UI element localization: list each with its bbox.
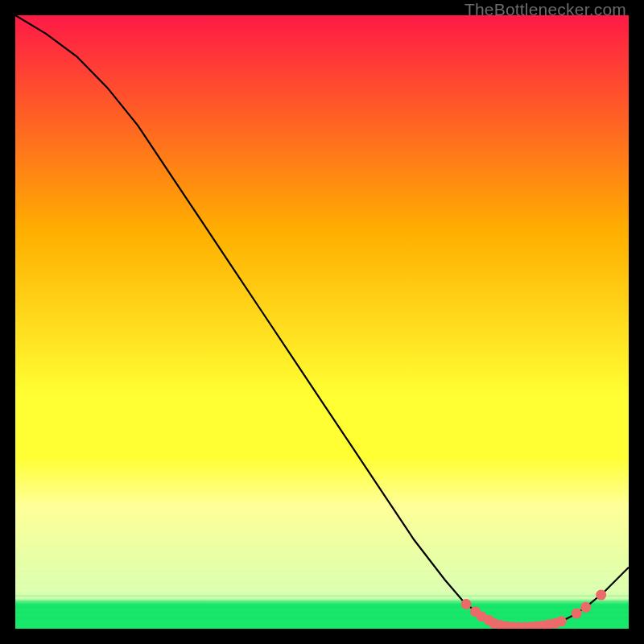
data-marker	[596, 590, 606, 601]
svg-rect-6	[15, 601, 629, 603]
gradient-background	[15, 15, 629, 629]
data-marker	[580, 602, 591, 613]
svg-rect-4	[15, 589, 629, 592]
svg-rect-2	[15, 579, 629, 581]
svg-rect-9	[15, 617, 629, 620]
watermark-label: TheBottlenecker.com	[464, 0, 626, 19]
svg-rect-0	[15, 568, 629, 570]
svg-rect-1	[15, 573, 629, 576]
data-marker	[461, 599, 472, 609]
svg-rect-3	[15, 584, 629, 586]
data-marker	[572, 608, 582, 618]
data-marker	[556, 616, 567, 626]
svg-rect-5	[15, 595, 629, 597]
svg-rect-7	[15, 606, 629, 609]
bottleneck-chart	[15, 15, 629, 629]
svg-rect-8	[15, 612, 629, 614]
